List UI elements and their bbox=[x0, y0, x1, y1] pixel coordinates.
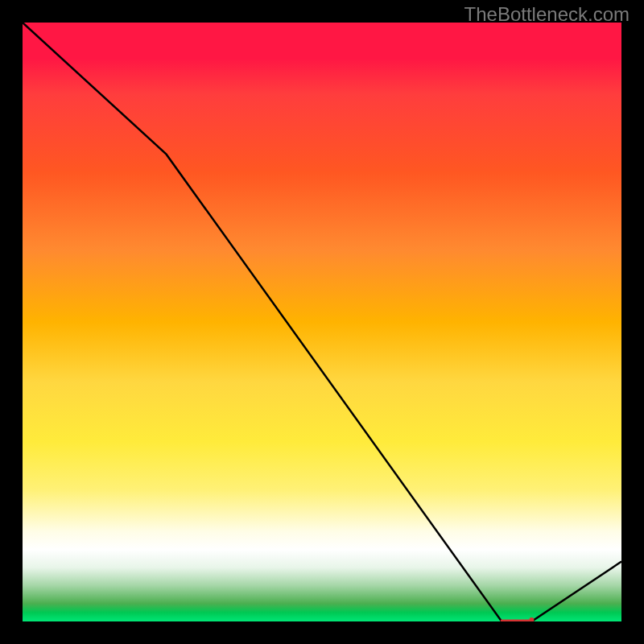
plot-area bbox=[23, 23, 621, 621]
chart-line-layer bbox=[23, 23, 621, 621]
chart-dotted-segment bbox=[502, 617, 534, 621]
watermark-text: TheBottleneck.com bbox=[464, 3, 630, 26]
svg-point-8 bbox=[529, 617, 534, 621]
chart-line-path bbox=[23, 23, 621, 621]
